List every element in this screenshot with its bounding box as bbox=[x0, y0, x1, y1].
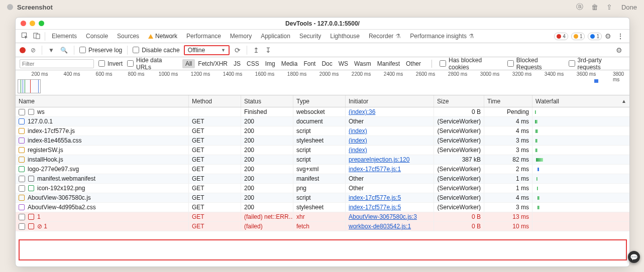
minimize-icon[interactable] bbox=[30, 21, 35, 26]
error-badge[interactable]: 4 bbox=[554, 33, 568, 40]
search-icon[interactable]: 🔍 bbox=[59, 47, 69, 54]
initiator-link[interactable]: (index) bbox=[349, 137, 367, 144]
initiator-link[interactable]: workbox-de803542.js:1 bbox=[349, 223, 411, 230]
initiator-link[interactable]: prepareInjection.js:120 bbox=[349, 156, 409, 163]
initiator-link[interactable]: index-17cf577e.js:5 bbox=[349, 204, 401, 211]
table-row[interactable]: 1GET(failed) net::ERR…xhrAboutView-30675… bbox=[16, 212, 629, 222]
tab-memory[interactable]: Memory bbox=[226, 30, 256, 43]
share-icon[interactable]: ⓐ bbox=[576, 3, 583, 12]
network-settings-icon[interactable]: ⚙ bbox=[613, 46, 625, 54]
record-button[interactable] bbox=[20, 47, 26, 53]
hide-data-urls-checkbox[interactable]: Hide data URLs bbox=[127, 57, 178, 71]
disable-cache-checkbox[interactable]: Disable cache bbox=[133, 47, 179, 54]
table-row[interactable]: AboutView-3067580c.jsGET200scriptindex-1… bbox=[16, 193, 629, 203]
row-checkbox[interactable] bbox=[19, 223, 25, 230]
row-checkbox[interactable] bbox=[19, 214, 25, 220]
traffic-lights[interactable] bbox=[21, 21, 44, 26]
filter-type-ws[interactable]: WS bbox=[336, 59, 351, 68]
filter-type-media[interactable]: Media bbox=[278, 59, 301, 68]
tab-performance[interactable]: Performance bbox=[182, 30, 226, 43]
warn-badge[interactable]: 1 bbox=[571, 33, 585, 40]
filter-toggle-icon[interactable]: ▼ bbox=[47, 47, 55, 54]
table-row[interactable]: index-81e4655a.cssGET200stylesheet(index… bbox=[16, 136, 629, 146]
invert-checkbox[interactable]: Invert bbox=[98, 60, 123, 67]
tab-security[interactable]: Security bbox=[295, 30, 326, 43]
table-row[interactable]: wsFinishedwebsocket(index):360 BPending bbox=[16, 107, 629, 117]
col-type[interactable]: Type bbox=[293, 95, 346, 107]
upload-icon[interactable]: ⇪ bbox=[606, 3, 612, 11]
initiator-link[interactable]: (index):36 bbox=[349, 108, 375, 115]
done-button[interactable]: Done bbox=[621, 4, 637, 11]
filter-type-manifest[interactable]: Manifest bbox=[374, 59, 403, 68]
network-columns-header[interactable]: Name Method Status Type Initiator Size T… bbox=[16, 95, 629, 107]
table-row[interactable]: registerSW.jsGET200script(index)(Service… bbox=[16, 146, 629, 155]
network-conditions-icon[interactable]: ⟳ bbox=[234, 46, 242, 54]
filter-type-wasm[interactable]: Wasm bbox=[351, 59, 374, 68]
devtools-tabs: ElementsConsoleSourcesNetworkPerformance… bbox=[16, 30, 629, 43]
import-har-icon[interactable]: ↥ bbox=[252, 46, 260, 54]
row-checkbox[interactable] bbox=[19, 109, 25, 115]
tab-application[interactable]: Application bbox=[256, 30, 295, 43]
throttling-select[interactable]: Offline ▼ bbox=[184, 45, 230, 55]
more-icon[interactable]: ⋮ bbox=[614, 33, 626, 40]
tab-recorder[interactable]: Recorder⚗ bbox=[364, 30, 405, 43]
table-row[interactable]: 127.0.0.1GET200documentOther(ServiceWork… bbox=[16, 117, 629, 126]
has-blocked-cookies-checkbox[interactable]: Has blocked cookies bbox=[440, 57, 503, 71]
tab-network[interactable]: Network bbox=[144, 30, 182, 43]
tab-console[interactable]: Console bbox=[81, 30, 113, 43]
cell-waterfall bbox=[532, 212, 629, 221]
filter-type-img[interactable]: Img bbox=[262, 59, 278, 68]
initiator-link[interactable]: index-17cf577e.js:5 bbox=[349, 194, 401, 201]
network-request-list: wsFinishedwebsocket(index):360 BPending1… bbox=[16, 107, 629, 266]
row-checkbox[interactable] bbox=[19, 176, 25, 182]
row-checkbox[interactable] bbox=[19, 185, 25, 192]
timeline-selection[interactable] bbox=[18, 79, 41, 93]
filter-type-font[interactable]: Font bbox=[300, 59, 318, 68]
table-row[interactable]: installHook.jsGET200scriptprepareInjecti… bbox=[16, 155, 629, 165]
gear-icon[interactable]: ⚙ bbox=[602, 32, 614, 40]
export-har-icon[interactable]: ↧ bbox=[264, 46, 272, 54]
request-name: 127.0.0.1 bbox=[28, 118, 53, 125]
tab-performance-insights[interactable]: Performance insights⚗ bbox=[405, 30, 479, 43]
clear-icon[interactable]: ⊘ bbox=[30, 47, 37, 54]
filter-type-fetch-xhr[interactable]: Fetch/XHR bbox=[195, 59, 231, 68]
initiator-link[interactable]: (index) bbox=[349, 147, 367, 154]
filter-type-js[interactable]: JS bbox=[231, 59, 244, 68]
col-name[interactable]: Name bbox=[16, 95, 189, 107]
initiator-link[interactable]: index-17cf577e.js:1 bbox=[349, 166, 401, 173]
filter-type-other[interactable]: Other bbox=[403, 59, 424, 68]
table-row[interactable]: ⊘ 1GET(failed)fetchworkbox-de803542.js:1… bbox=[16, 222, 629, 231]
table-row[interactable]: manifest.webmanifestGET200manifestOther(… bbox=[16, 174, 629, 184]
close-icon[interactable] bbox=[21, 21, 26, 26]
col-status[interactable]: Status bbox=[241, 95, 293, 107]
col-size[interactable]: Size bbox=[434, 95, 484, 107]
inspect-icon[interactable] bbox=[19, 32, 31, 41]
info-badge[interactable]: 1 bbox=[588, 33, 602, 40]
tab-lighthouse[interactable]: Lighthouse bbox=[326, 30, 364, 43]
table-row[interactable]: index-17cf577e.jsGET200script(index)(Ser… bbox=[16, 126, 629, 136]
col-initiator[interactable]: Initiator bbox=[346, 95, 434, 107]
filter-type-all[interactable]: All bbox=[182, 59, 195, 68]
blocked-requests-checkbox[interactable]: Blocked Requests bbox=[507, 57, 564, 71]
initiator-link[interactable]: AboutView-3067580c.js:3 bbox=[349, 213, 417, 220]
filter-type-css[interactable]: CSS bbox=[244, 59, 262, 68]
col-waterfall[interactable]: Waterfall▲ bbox=[532, 95, 629, 107]
filter-input[interactable] bbox=[20, 59, 94, 68]
col-method[interactable]: Method bbox=[189, 95, 241, 107]
device-toggle-icon[interactable] bbox=[31, 32, 43, 41]
initiator-link[interactable]: (index) bbox=[349, 127, 367, 134]
col-time[interactable]: Time bbox=[484, 95, 532, 107]
tab-elements[interactable]: Elements bbox=[47, 30, 81, 43]
timeline-overview[interactable]: 200 ms400 ms600 ms800 ms1000 ms1200 ms14… bbox=[16, 70, 629, 95]
filter-type-doc[interactable]: Doc bbox=[318, 59, 335, 68]
table-row[interactable]: AboutView-4d995ba2.cssGET200stylesheetin… bbox=[16, 203, 629, 212]
zoom-icon[interactable] bbox=[39, 21, 44, 26]
trash-icon[interactable]: 🗑 bbox=[591, 3, 598, 11]
third-party-checkbox[interactable]: 3rd-party requests bbox=[569, 57, 625, 71]
table-row[interactable]: icon-192x192.pngGET200pngOther(ServiceWo… bbox=[16, 184, 629, 193]
cell-status: 200 bbox=[241, 184, 293, 193]
table-row[interactable]: logo-277e0e97.svgGET200svg+xmlindex-17cf… bbox=[16, 165, 629, 174]
tab-sources[interactable]: Sources bbox=[113, 30, 144, 43]
preserve-log-checkbox[interactable]: Preserve log bbox=[79, 47, 122, 54]
feedback-bubble[interactable]: 💬 bbox=[628, 251, 640, 263]
